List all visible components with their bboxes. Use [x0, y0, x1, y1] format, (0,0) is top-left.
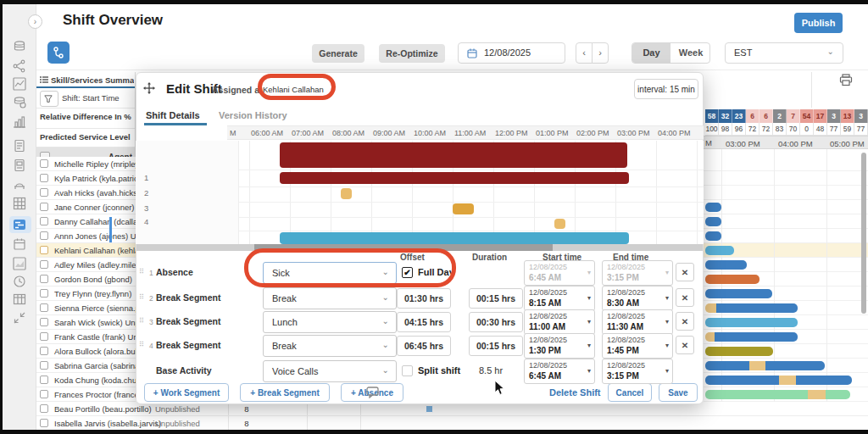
publish-button[interactable]: Publish: [794, 13, 843, 33]
agent-row[interactable]: Frances Proctor (frances): [36, 387, 136, 402]
break-2-bar[interactable]: [341, 188, 352, 199]
duration-input[interactable]: 00:30 hrs: [469, 312, 523, 332]
agent-row[interactable]: Kehlani Callahan (kehlani): [36, 243, 136, 258]
agent-row[interactable]: Michelle Ripley (mripley): [36, 157, 136, 171]
end-time-picker[interactable]: 12/08/20258:30 AM▾: [602, 286, 673, 311]
sidebar-item-document-icon[interactable]: [13, 139, 28, 154]
drag-handle[interactable]: ⠿: [139, 268, 144, 275]
sidebar-item-grid-icon[interactable]: [13, 197, 28, 212]
schedule-bar-segment[interactable]: [705, 361, 749, 370]
offset-input[interactable]: 01:30 hrs: [397, 288, 451, 309]
base-activity-bar[interactable]: [280, 232, 629, 244]
next-day-button[interactable]: ›: [592, 42, 609, 64]
remove-row-button[interactable]: ✕: [676, 288, 694, 307]
sidebar-item-bench-icon[interactable]: [13, 178, 28, 193]
schedule-bar-segment[interactable]: [705, 203, 721, 212]
sidebar-item-gantt-icon[interactable]: [13, 218, 28, 233]
activity-dropdown[interactable]: Break⌄: [263, 335, 397, 357]
start-time-picker[interactable]: 12/08/20256:45 AM▾: [524, 260, 595, 286]
agent-checkbox[interactable]: [40, 289, 48, 298]
agent-checkbox[interactable]: [40, 275, 48, 283]
agent-row[interactable]: Gordon Bond (gbond): [36, 272, 136, 287]
agent-checkbox[interactable]: [40, 303, 48, 312]
schedule-bar-segment[interactable]: [716, 303, 798, 313]
sidebar-item-clock-icon[interactable]: [13, 275, 28, 290]
add-work-segment-button[interactable]: + Work Segment: [144, 383, 229, 402]
agent-checkbox[interactable]: [40, 217, 48, 225]
schedule-tool-button[interactable]: [47, 42, 70, 64]
agent-row[interactable]: Koda Chung (koda.chung): [36, 373, 136, 387]
remove-row-button[interactable]: ✕: [676, 312, 694, 331]
absence-row-bar[interactable]: [280, 172, 629, 184]
sidebar-item-calendar-icon[interactable]: [13, 237, 28, 253]
duration-input[interactable]: 00:15 hrs: [469, 336, 523, 356]
absence-sick-bar[interactable]: [280, 142, 627, 168]
start-time-picker[interactable]: 12/08/20256:45 AM▾: [524, 359, 595, 384]
agent-checkbox[interactable]: [40, 231, 48, 240]
schedule-bar-segment[interactable]: [796, 376, 852, 385]
comment-icon[interactable]: [366, 387, 380, 398]
collapse-panel-button[interactable]: ›: [28, 14, 42, 29]
end-time-picker[interactable]: 12/08/202511:30 AM▾: [602, 309, 673, 335]
agent-row[interactable]: Alora Bullock (alora.bullock): [36, 344, 136, 359]
schedule-bar-segment[interactable]: [749, 361, 765, 370]
end-time-picker[interactable]: 12/08/20253:15 PM▾: [602, 260, 673, 286]
sidebar-item-share-icon[interactable]: [13, 59, 28, 75]
agent-row[interactable]: Jane Conner (jconner): [36, 200, 136, 214]
remove-row-button[interactable]: ✕: [676, 336, 694, 354]
split-shift-checkbox[interactable]: [402, 365, 413, 376]
schedule-bar-segment[interactable]: [705, 318, 798, 327]
sidebar-item-table-icon[interactable]: [13, 292, 28, 308]
offset-input[interactable]: 04:15 hrs: [397, 312, 451, 332]
agent-checkbox[interactable]: [40, 159, 48, 168]
drag-handle[interactable]: ⠿: [139, 317, 144, 325]
activity-dropdown[interactable]: Break⌄: [263, 287, 397, 309]
tab-skill-services-summary[interactable]: Skill/Services Summary: [51, 75, 134, 85]
timezone-select[interactable]: EST ⌄: [725, 42, 843, 64]
schedule-bar-segment[interactable]: [705, 376, 779, 385]
filter-label[interactable]: Shift: Start Time: [62, 93, 135, 103]
sidebar-item-collapse-icon[interactable]: [13, 311, 28, 326]
cancel-button[interactable]: Cancel: [608, 383, 652, 402]
agent-checkbox[interactable]: [40, 174, 48, 182]
save-button[interactable]: Save: [659, 383, 698, 402]
agent-checkbox[interactable]: [40, 419, 48, 427]
agent-checkbox[interactable]: [40, 318, 48, 326]
move-icon[interactable]: [142, 81, 156, 95]
agent-checkbox[interactable]: [40, 246, 48, 254]
agent-row[interactable]: Trey Flynn (trey.flynn): [36, 287, 136, 301]
day-toggle[interactable]: Day: [632, 43, 670, 64]
agent-checkbox[interactable]: [40, 347, 48, 355]
generate-button[interactable]: Generate: [312, 44, 364, 63]
schedule-bar-segment[interactable]: [779, 376, 796, 385]
schedule-bar-segment[interactable]: [705, 289, 772, 298]
activity-dropdown[interactable]: Lunch⌄: [263, 311, 397, 333]
drag-handle[interactable]: ⠿: [139, 293, 144, 301]
agent-checkbox[interactable]: [40, 203, 48, 211]
agent-checkbox[interactable]: [40, 404, 48, 413]
schedule-bar-segment[interactable]: [808, 390, 826, 399]
sidebar-item-layers-icon[interactable]: [13, 95, 28, 110]
agent-row[interactable]: Danny Callahan (dcallahan): [36, 214, 136, 229]
schedule-bar-segment[interactable]: [705, 217, 721, 226]
schedule-bar-segment[interactable]: [705, 332, 715, 342]
reoptimize-button[interactable]: Re-Optimize: [379, 44, 445, 63]
prev-day-button[interactable]: ‹: [576, 42, 593, 64]
schedule-bar-segment[interactable]: [705, 303, 716, 313]
week-toggle[interactable]: Week: [670, 43, 710, 64]
agent-row[interactable]: Adley Miles (adley.miles): [36, 258, 136, 272]
lunch-3-bar[interactable]: [453, 203, 474, 214]
start-time-picker[interactable]: 12/08/20258:15 AM▾: [524, 286, 595, 311]
agent-row[interactable]: Kyla Patrick (kyla.patrick): [36, 171, 136, 186]
schedule-bar-segment[interactable]: [705, 260, 747, 270]
sidebar-item-bar-chart-icon[interactable]: [13, 114, 28, 130]
activity-dropdown[interactable]: Voice Calls⌄: [263, 360, 397, 382]
sidebar-item-line-chart-icon[interactable]: [13, 77, 28, 92]
agent-row[interactable]: Frank Castle (frank) Unpublished: [36, 330, 136, 344]
remove-row-button[interactable]: ✕: [676, 263, 694, 281]
agent-row[interactable]: Sienna Pierce (sienna.pierce): [36, 301, 136, 315]
vertical-scrollbar[interactable]: [861, 153, 866, 314]
end-time-picker[interactable]: 12/08/20253:15 PM▾: [602, 359, 673, 384]
agent-row[interactable]: Sarah Wick (swick) Unpublished: [36, 315, 136, 330]
schedule-bar-segment[interactable]: [705, 246, 734, 255]
